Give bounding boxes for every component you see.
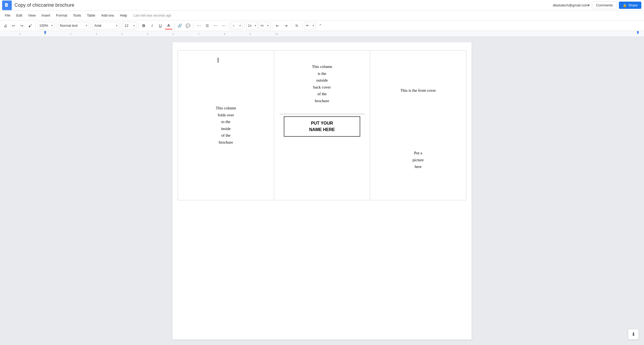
text-cursor — [218, 58, 218, 63]
menu-help[interactable]: Help — [117, 12, 130, 18]
style-dropdown-arrow: ▾ — [86, 24, 87, 27]
undo-button[interactable]: ↩ — [10, 22, 17, 29]
text-color-button[interactable]: A — [165, 22, 172, 29]
menu-view[interactable]: View — [25, 12, 38, 18]
col2-divider — [280, 114, 365, 114]
bold-button[interactable]: B — [140, 22, 148, 29]
ruler-inner: -1 1 2 3 4 5 6 7 8 9 10 — [19, 31, 639, 37]
pen-dropdown[interactable]: ✏ ▾ — [304, 22, 316, 29]
svg-rect-1 — [7, 3, 8, 4]
ruler-mark-4: 4 — [121, 33, 123, 35]
ruler-mark-8: 8 — [224, 33, 225, 35]
collapse-toolbar-button[interactable]: ⌃ — [317, 22, 324, 29]
paint-format-button[interactable]: 🖌 — [26, 22, 34, 29]
ruler: -1 1 2 3 4 5 6 7 8 9 10 — [0, 31, 644, 37]
col3-picture-text: Put a picture here — [375, 125, 461, 195]
table-cell-col2[interactable]: This column is the outside back cover of… — [274, 51, 370, 200]
col1-text-content: This column folds over to the inside of … — [183, 56, 269, 195]
ruler-mark-6: 6 — [173, 33, 174, 35]
separator-6 — [174, 23, 174, 29]
menu-edit[interactable]: Edit — [14, 12, 25, 18]
menu-insert[interactable]: Insert — [39, 12, 53, 18]
separator-7 — [193, 23, 193, 29]
table-cell-col1[interactable]: This column folds over to the inside of … — [178, 51, 274, 200]
name-box[interactable]: PUT YOUR NAME HERE — [284, 116, 360, 137]
menu-tools[interactable]: Tools — [70, 12, 84, 18]
italic-button[interactable]: I — [148, 22, 156, 29]
col3-front-cover-text: This is the front cover — [375, 56, 461, 125]
user-email[interactable]: dlastutech@gmail.com▾ — [553, 3, 590, 7]
align-justify-button[interactable]: ⋯ — [220, 22, 227, 29]
comment-button[interactable]: 💬 — [184, 22, 192, 29]
style-dropdown[interactable]: Normal text ▾ — [58, 22, 89, 29]
toolbar: 🖨 ↩ ↪ 🖌 100% ▾ Normal text ▾ Arial ▾ 12 … — [0, 20, 644, 31]
zoom-dropdown-arrow: ▾ — [51, 24, 53, 27]
svg-rect-2 — [6, 5, 7, 5]
table-row: This column folds over to the inside of … — [178, 51, 466, 200]
ruler-mark-neg1: -1 — [19, 33, 21, 35]
separator-1 — [36, 23, 36, 29]
separator-8 — [229, 23, 229, 29]
name-line1: PUT YOUR — [290, 120, 355, 126]
ruler-mark-1: 1 — [44, 33, 46, 35]
underline-button[interactable]: U — [157, 22, 164, 29]
ruler-mark-5: 5 — [147, 33, 148, 35]
separator-4 — [121, 23, 121, 29]
menu-file[interactable]: File — [2, 12, 13, 18]
menu-format[interactable]: Format — [53, 12, 70, 18]
svg-rect-4 — [6, 6, 7, 6]
title-bar: Copy of chiccarine brochure ★ 📁 dlastute… — [0, 0, 644, 11]
ruler-right-handle[interactable] — [637, 31, 639, 34]
print-button[interactable]: 🖨 — [2, 22, 9, 29]
separator-12 — [302, 23, 302, 29]
smart-compose-button[interactable]: ⬇ — [628, 329, 639, 340]
document-title[interactable]: Copy of chiccarine brochure — [14, 2, 627, 8]
separator-3 — [91, 23, 91, 29]
ruler-mark-3: 3 — [96, 33, 97, 35]
align-center-button[interactable]: ≣ — [203, 22, 211, 29]
align-left-button[interactable]: ⋯ — [195, 22, 203, 29]
menu-table[interactable]: Table — [84, 12, 98, 18]
separator-9 — [244, 23, 245, 29]
ruler-mark-7: 7 — [198, 33, 200, 35]
lock-icon: 🔒 — [623, 3, 627, 7]
zoom-dropdown[interactable]: 100% ▾ — [37, 22, 55, 29]
ruler-mark-9: 9 — [250, 33, 251, 35]
separator-2 — [56, 23, 56, 29]
font-dropdown-arrow: ▾ — [116, 24, 117, 27]
font-size-dropdown[interactable]: 12 ▾ — [123, 22, 137, 29]
name-line2: NAME HERE — [290, 126, 355, 133]
ruler-mark-2: 2 — [70, 33, 71, 35]
indent-less-button[interactable]: ⇤ — [274, 22, 281, 29]
col3-content: This is the front cover Put a picture he… — [375, 56, 461, 195]
size-dropdown-arrow: ▾ — [133, 24, 135, 27]
col1-text: This column folds over to the inside of … — [216, 105, 236, 146]
separator-11 — [291, 23, 292, 29]
share-button[interactable]: 🔒 Share — [619, 2, 641, 9]
document-page[interactable]: This column folds over to the inside of … — [172, 42, 472, 340]
brochure-table[interactable]: This column folds over to the inside of … — [178, 50, 466, 200]
document-area[interactable]: This column folds over to the inside of … — [0, 37, 644, 345]
numbered-list-dropdown[interactable]: 1≡ ▾ — [246, 22, 258, 29]
indent-more-button[interactable]: ⇥ — [282, 22, 290, 29]
table-cell-col3[interactable]: This is the front cover Put a picture he… — [370, 51, 466, 200]
redo-button[interactable]: ↪ — [18, 22, 26, 29]
separator-5 — [138, 23, 138, 29]
font-dropdown[interactable]: Arial ▾ — [92, 22, 119, 29]
col2-content: This column is the outside back cover of… — [280, 56, 365, 195]
comments-button[interactable]: Comments — [592, 1, 617, 9]
separator-10 — [272, 23, 272, 29]
bullet-list-dropdown[interactable]: •≡ ▾ — [259, 22, 270, 29]
align-right-button[interactable]: ⋯ — [212, 22, 219, 29]
last-edit-status: Last edit was seconds ago — [134, 14, 171, 17]
formula-button[interactable]: fx — [293, 22, 301, 29]
top-right-actions: dlastutech@gmail.com▾ Comments 🔒 Share — [553, 0, 641, 10]
col2-top-text: This column is the outside back cover of… — [312, 56, 332, 112]
line-spacing-dropdown[interactable]: ↕ ▾ — [231, 22, 243, 29]
svg-rect-3 — [6, 5, 7, 5]
menu-bar: File Edit View Insert Format Tools Table… — [0, 11, 644, 20]
app-icon[interactable] — [2, 1, 12, 10]
menu-addons[interactable]: Add-ons — [98, 12, 117, 18]
ruler-mark-10: 10 — [275, 33, 278, 35]
link-button[interactable]: 🔗 — [176, 22, 183, 29]
